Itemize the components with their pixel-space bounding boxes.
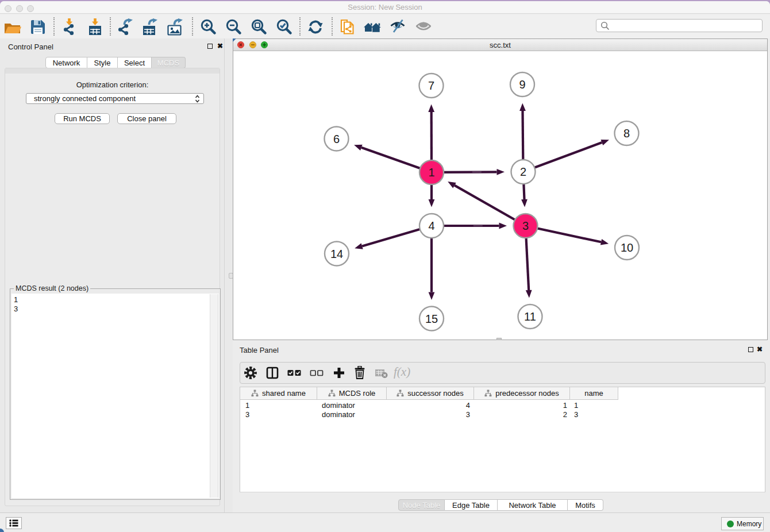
svg-text:f(x): f(x) [394,366,410,379]
svg-text:4: 4 [428,219,434,232]
svg-text:7: 7 [428,79,434,92]
svg-text:3: 3 [522,219,529,232]
svg-text:15: 15 [425,313,438,325]
svg-text:2: 2 [520,165,526,178]
svg-text:14: 14 [330,248,343,260]
svg-text:9: 9 [519,78,525,91]
svg-text:11: 11 [524,310,536,323]
svg-text:6: 6 [333,133,340,145]
svg-text:1: 1 [428,166,434,179]
svg-text:8: 8 [623,127,630,140]
svg-text:10: 10 [621,241,633,254]
